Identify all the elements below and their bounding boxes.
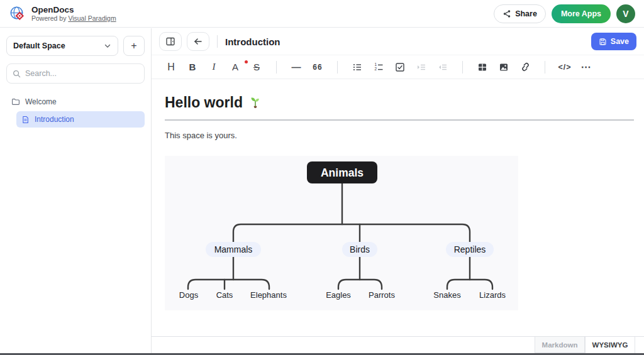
svg-text:1: 1 — [375, 62, 377, 67]
toolbar-divider — [545, 61, 545, 74]
outdent-icon — [438, 62, 448, 72]
tree-item-label: Welcome — [25, 97, 57, 106]
save-icon — [599, 38, 607, 46]
strikethrough-button[interactable]: S — [247, 58, 266, 76]
diagram-leaf-snakes: Snakes — [433, 290, 461, 300]
visual-paradigm-link[interactable]: Visual Paradigm — [68, 14, 116, 22]
back-button[interactable] — [187, 32, 209, 51]
diagram-connectors — [188, 183, 492, 289]
blockquote-button[interactable]: 66 — [308, 58, 327, 76]
opendocs-app: OpenDocs Powered by Visual Paradigm Shar… — [0, 0, 644, 355]
link-button[interactable] — [516, 58, 535, 76]
page-title: Introduction — [225, 36, 280, 47]
diagram-leaf-parrots: Parrots — [369, 290, 395, 300]
bold-button[interactable]: B — [183, 58, 202, 76]
visual-paradigm-logo-icon — [9, 5, 26, 23]
tab-wysiwyg[interactable]: WYSIWYG — [585, 337, 635, 353]
save-button[interactable]: Save — [591, 33, 636, 50]
diagram-leaf-elephants: Elephants — [250, 290, 287, 300]
table-icon — [477, 62, 487, 72]
horizontal-rule-button[interactable]: — — [287, 58, 306, 76]
add-space-button[interactable]: + — [123, 36, 145, 56]
heading-button[interactable]: H — [162, 58, 180, 76]
toolbar-divider — [276, 61, 277, 74]
svg-text:2: 2 — [375, 67, 377, 71]
toolbar-divider — [337, 61, 338, 74]
toolbar-divider — [462, 61, 463, 74]
top-header: OpenDocs Powered by Visual Paradigm Shar… — [0, 0, 644, 28]
image-icon — [499, 62, 509, 72]
diagram-leaf-cats: Cats — [216, 290, 233, 300]
image-button[interactable] — [494, 58, 513, 76]
user-avatar[interactable]: V — [616, 4, 635, 23]
ordered-list-button[interactable]: 1 2 — [369, 58, 388, 76]
folder-icon — [11, 97, 20, 106]
table-button[interactable] — [473, 58, 492, 76]
task-list-button[interactable] — [391, 58, 409, 76]
font-color-button[interactable]: A — [226, 58, 245, 76]
space-selector-value: Default Space — [13, 41, 65, 50]
document-heading-text: Hello world — [165, 94, 243, 111]
app-name: OpenDocs — [31, 5, 116, 15]
indent-button[interactable] — [412, 58, 431, 76]
tree-item-label: Introduction — [35, 115, 74, 124]
code-button[interactable]: </> — [555, 58, 574, 76]
sidebar-toggle-icon — [165, 36, 175, 46]
share-button[interactable]: Share — [494, 4, 546, 23]
formatting-toolbar: H B I A S — 66 1 2 — [152, 55, 644, 79]
space-row: Default Space + — [6, 36, 145, 56]
document-paragraph: This space is yours. — [165, 131, 634, 140]
space-selector[interactable]: Default Space — [6, 36, 118, 56]
bullet-list-icon — [352, 62, 362, 72]
tree-item-welcome[interactable]: Welcome — [6, 94, 145, 110]
sidebar: Default Space + Welcome — [0, 28, 152, 353]
share-icon — [502, 9, 511, 18]
diagram-leaf-eagles: Eagles — [326, 290, 351, 300]
toggle-sidebar-button[interactable] — [159, 32, 182, 51]
chevron-down-icon — [104, 42, 111, 50]
bullet-list-button[interactable] — [348, 58, 367, 76]
outdent-button[interactable] — [433, 58, 452, 76]
animals-tree-svg: Animals Mammals Birds Reptiles Dogs Cats… — [165, 156, 518, 310]
more-tools-button[interactable]: ⋯ — [577, 58, 596, 76]
titlebar-divider — [217, 35, 218, 48]
powered-by-prefix: Powered by — [31, 14, 66, 22]
brand-text: OpenDocs Powered by Visual Paradigm — [31, 5, 116, 23]
diagram-node-reptiles-label: Reptiles — [454, 244, 486, 254]
document-heading: Hello world — [165, 94, 634, 121]
header-actions: Share More Apps V — [494, 4, 635, 23]
search-input[interactable] — [25, 69, 138, 78]
back-arrow-icon — [193, 36, 203, 46]
tab-markdown[interactable]: Markdown — [535, 337, 585, 353]
powered-by-text: Powered by Visual Paradigm — [31, 14, 116, 22]
link-icon — [520, 62, 531, 72]
page-tree: Welcome Introduction — [6, 94, 145, 128]
tree-item-introduction[interactable]: Introduction — [16, 111, 145, 128]
share-label: Share — [515, 9, 537, 18]
diagram-leaf-lizards: Lizards — [479, 290, 506, 300]
diagram-node-mammals-label: Mammals — [214, 244, 253, 254]
editor-main: Introduction Save H B I A S — 66 — [152, 28, 644, 353]
more-apps-button[interactable]: More Apps — [552, 4, 611, 23]
diagram-node-animals-label: Animals — [321, 167, 364, 179]
brand: OpenDocs Powered by Visual Paradigm — [9, 5, 116, 23]
task-list-icon — [395, 62, 405, 72]
save-label: Save — [611, 37, 629, 46]
editor-footer: Markdown WYSIWYG — [152, 336, 644, 353]
ordered-list-icon: 1 2 — [374, 62, 384, 72]
document-titlebar: Introduction Save — [152, 28, 644, 55]
search-icon — [13, 70, 21, 78]
document-content[interactable]: Hello world This space is yours. — [152, 79, 644, 310]
animals-diagram: Animals Mammals Birds Reptiles Dogs Cats… — [165, 156, 518, 310]
diagram-leaf-dogs: Dogs — [179, 290, 199, 300]
document-icon — [21, 116, 30, 124]
italic-button[interactable]: I — [204, 58, 223, 76]
search-box — [6, 63, 145, 84]
diagram-node-birds-label: Birds — [350, 244, 370, 254]
indent-icon — [416, 62, 426, 72]
diagram-leaves: Dogs Cats Elephants Eagles Parrots Snake… — [179, 290, 506, 300]
seedling-emoji-icon — [248, 96, 262, 111]
